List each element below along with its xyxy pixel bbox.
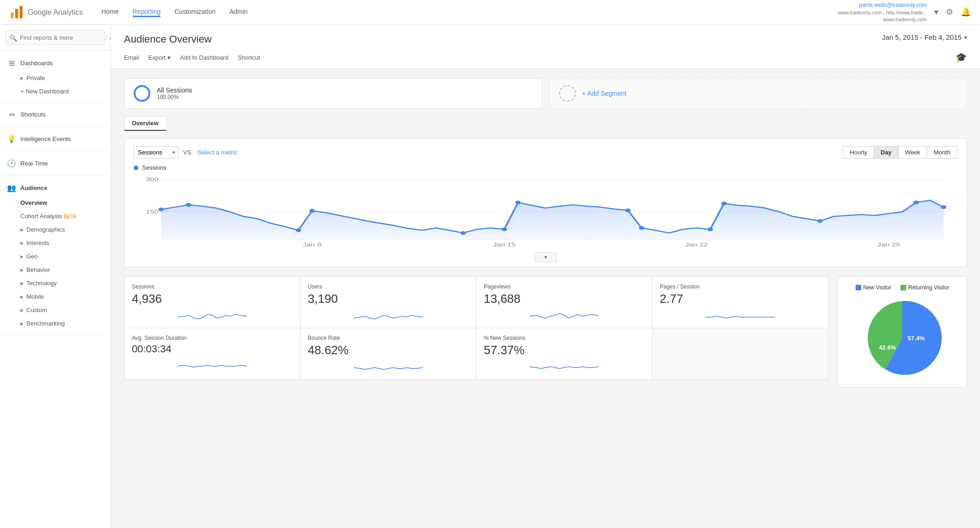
time-btn-month[interactable]: Month bbox=[927, 147, 957, 158]
bulb-icon: 💡 bbox=[7, 135, 16, 143]
sidebar-item-interests[interactable]: ▶ Interests bbox=[0, 236, 111, 250]
svg-point-21 bbox=[913, 201, 919, 204]
sidebar-item-realtime[interactable]: 🕐 Real-Time bbox=[0, 155, 111, 172]
account-info[interactable]: parris.wells@tradeonly.com www.tradeonly… bbox=[838, 1, 927, 24]
add-segment-box[interactable]: + Add Segment bbox=[549, 78, 968, 109]
sidebar-item-label-behavior: Behavior bbox=[26, 266, 50, 273]
triangle-icon: ▶ bbox=[20, 295, 24, 299]
time-btn-hourly[interactable]: Hourly bbox=[843, 147, 874, 158]
nav-customization[interactable]: Customization bbox=[174, 8, 216, 17]
sidebar-item-mobile[interactable]: ▶ Mobile bbox=[0, 290, 111, 303]
vs-label: VS. bbox=[183, 149, 193, 156]
arrows-icon: ⇔ bbox=[7, 110, 16, 118]
email-button[interactable]: Email bbox=[124, 54, 139, 67]
metric-card-avg-duration: Avg. Session Duration 00:03:34 bbox=[124, 328, 301, 379]
sidebar-section-shortcuts: ⇔ Shortcuts bbox=[0, 102, 111, 127]
sidebar-item-overview[interactable]: Overview bbox=[0, 196, 111, 209]
time-btn-day[interactable]: Day bbox=[874, 147, 898, 158]
sidebar-item-label-dashboards: Dashboards bbox=[20, 60, 53, 67]
sidebar-item-benchmarking[interactable]: ▶ Benchmarking bbox=[0, 317, 111, 330]
dropdown-arrow-icon[interactable]: ▾ bbox=[934, 7, 938, 17]
svg-point-16 bbox=[625, 209, 631, 212]
export-button[interactable]: Export ▾ bbox=[148, 54, 171, 67]
logo-area: Google Analytics bbox=[9, 5, 83, 20]
metric-card-new-sessions: % New Sessions 57.37% bbox=[476, 328, 653, 379]
metric-label-new-sessions: % New Sessions bbox=[484, 335, 645, 341]
page-title: Audience Overview bbox=[124, 33, 212, 45]
sidebar-item-shortcuts[interactable]: ⇔ Shortcuts bbox=[0, 106, 111, 123]
chart-container: 300 150 bbox=[134, 175, 957, 250]
svg-point-19 bbox=[721, 202, 727, 205]
sidebar-item-private[interactable]: ▶ Private bbox=[0, 71, 111, 85]
metric-value-new-sessions: 57.37% bbox=[484, 343, 645, 357]
sidebar-item-intelligence[interactable]: 💡 Intelligence Events bbox=[0, 130, 111, 147]
time-btn-week[interactable]: Week bbox=[898, 147, 927, 158]
expand-chart-button[interactable]: ▾ bbox=[535, 252, 557, 262]
sidebar-item-label-new-dashboard: + New Dashboard bbox=[20, 88, 68, 95]
add-segment-label: + Add Segment bbox=[582, 90, 627, 97]
svg-point-11 bbox=[296, 228, 301, 232]
sidebar-section-intelligence: 💡 Intelligence Events bbox=[0, 127, 111, 151]
sidebar-item-label-custom: Custom bbox=[26, 307, 47, 313]
settings-icon[interactable]: ⚙ bbox=[946, 7, 953, 17]
action-bar: Email Export ▾ Add to Dashboard Shortcut… bbox=[124, 52, 967, 68]
sidebar-item-label-private: Private bbox=[26, 74, 45, 81]
sidebar-item-geo[interactable]: ▶ Geo bbox=[0, 250, 111, 263]
legend-dot bbox=[134, 166, 138, 170]
sidebar-item-dashboards[interactable]: ⊞ Dashboards bbox=[0, 55, 111, 71]
sidebar-item-audience[interactable]: 👥 Audience bbox=[0, 179, 111, 196]
sidebar-item-behavior[interactable]: ▶ Behavior bbox=[0, 263, 111, 276]
sidebar-item-demographics[interactable]: ▶ Demographics bbox=[0, 223, 111, 236]
sidebar-item-label-shortcuts: Shortcuts bbox=[20, 111, 46, 118]
tab-overview[interactable]: Overview bbox=[124, 116, 166, 131]
segment-info: All Sessions 100.00% bbox=[157, 86, 192, 100]
export-arrow-icon: ▾ bbox=[167, 54, 171, 61]
pie-chart: 57.4% 42.6% bbox=[861, 296, 944, 380]
metric-card-empty bbox=[653, 328, 828, 379]
metrics-row-2: Avg. Session Duration 00:03:34 Bounce Ra… bbox=[124, 328, 828, 380]
sessions-chart: 300 150 bbox=[134, 175, 957, 249]
search-input[interactable] bbox=[6, 31, 105, 45]
time-range-buttons: Hourly Day Week Month bbox=[843, 146, 957, 159]
nav-home[interactable]: Home bbox=[101, 8, 118, 17]
svg-point-18 bbox=[708, 227, 713, 231]
svg-point-9 bbox=[158, 208, 164, 211]
sidebar-section-audience: 👥 Audience Overview Cohort AnalysisBETA … bbox=[0, 176, 111, 334]
main-nav: Home Reporting Customization Admin bbox=[101, 8, 838, 17]
sidebar-item-label-intelligence: Intelligence Events bbox=[20, 135, 71, 142]
nav-admin[interactable]: Admin bbox=[229, 8, 248, 17]
sidebar-item-cohort-analysis[interactable]: Cohort AnalysisBETA bbox=[0, 209, 111, 223]
metric-card-pages-session: Pages / Session 2.77 bbox=[653, 277, 828, 328]
sidebar-item-label-geo: Geo bbox=[26, 253, 38, 260]
pie-legend: New Visitor Returning Visitor bbox=[856, 284, 949, 291]
logo-text: Google Analytics bbox=[28, 8, 83, 17]
nav-reporting[interactable]: Reporting bbox=[133, 8, 161, 17]
sidebar-item-technology[interactable]: ▶ Technology bbox=[0, 276, 111, 290]
metric-card-sessions: Sessions 4,936 bbox=[124, 277, 301, 328]
active-segment-box[interactable]: All Sessions 100.00% bbox=[124, 78, 542, 109]
sidebar-item-new-dashboard[interactable]: + New Dashboard bbox=[0, 85, 111, 98]
metric-label-sessions: Sessions bbox=[132, 283, 293, 290]
select-metric-link[interactable]: Select a metric bbox=[197, 149, 237, 156]
metric-card-pageviews: Pageviews 13,688 bbox=[476, 277, 653, 328]
metric-select[interactable]: Sessions Users Pageviews bbox=[134, 146, 179, 159]
date-range-picker[interactable]: Jan 5, 2015 - Feb 4, 2015 ▾ bbox=[882, 33, 967, 41]
chart-expand-area: ▾ bbox=[134, 252, 957, 262]
top-navigation: Google Analytics Home Reporting Customiz… bbox=[0, 0, 980, 25]
graduation-cap-icon[interactable]: 🎓 bbox=[955, 52, 967, 68]
page-header: Audience Overview Jan 5, 2015 - Feb 4, 2… bbox=[111, 25, 980, 69]
sidebar-item-custom[interactable]: ▶ Custom bbox=[0, 303, 111, 317]
notifications-icon[interactable]: 🔔 bbox=[961, 7, 971, 17]
shortcut-button[interactable]: Shortcut bbox=[238, 54, 260, 67]
triangle-icon: ▶ bbox=[20, 76, 24, 80]
metrics-row-1: Sessions 4,936 Users 3,190 bbox=[124, 276, 828, 328]
grid-icon: ⊞ bbox=[7, 59, 16, 67]
triangle-icon: ▶ bbox=[20, 268, 24, 272]
svg-text:42.6%: 42.6% bbox=[879, 344, 896, 351]
add-to-dashboard-button[interactable]: Add to Dashboard bbox=[180, 54, 228, 67]
svg-point-20 bbox=[817, 219, 823, 223]
svg-text:Jan 29: Jan 29 bbox=[877, 242, 900, 248]
metric-select-wrapper: Sessions Users Pageviews bbox=[134, 146, 179, 159]
svg-rect-0 bbox=[11, 12, 13, 18]
svg-point-12 bbox=[309, 209, 315, 213]
